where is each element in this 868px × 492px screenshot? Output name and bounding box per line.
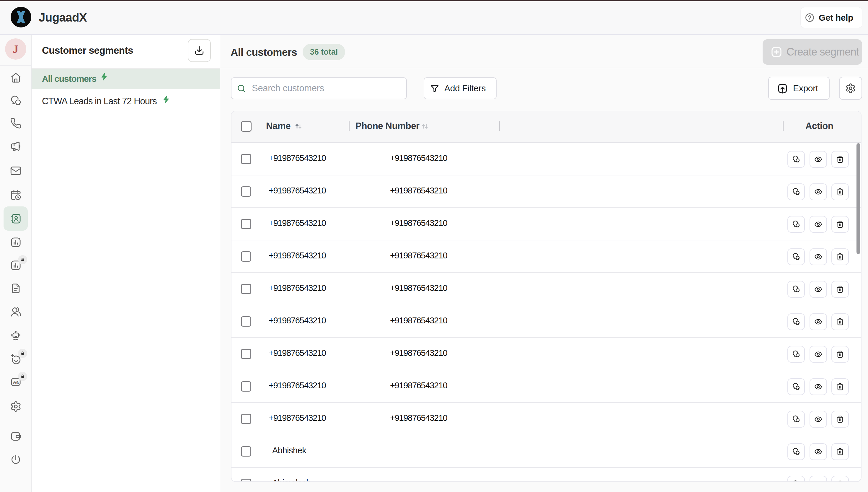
- svg-text:Aa: Aa: [13, 379, 19, 385]
